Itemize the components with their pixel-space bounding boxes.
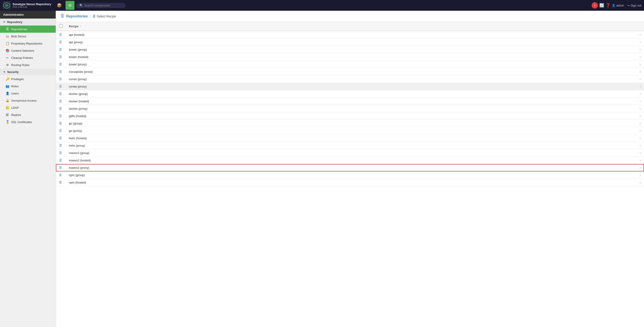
row-arrow[interactable]: ›: [636, 83, 644, 90]
table-row[interactable]: 🗄 npm (group) ›: [56, 171, 644, 179]
table-row[interactable]: 🗄 helm (proxy) ›: [56, 142, 644, 149]
breadcrumb-title[interactable]: Repositories: [66, 14, 88, 18]
table-row[interactable]: 🗄 bower (hosted) ›: [56, 53, 644, 61]
sidebar-item-content-selectors[interactable]: 📚Content Selectors: [0, 47, 56, 54]
row-recipe-label: bower (hosted): [66, 53, 636, 61]
user-icon: 👤: [612, 4, 615, 7]
username-label: admin: [616, 4, 624, 7]
help-icon[interactable]: ❓: [606, 3, 610, 8]
sign-out-label: Sign out: [630, 4, 641, 7]
row-arrow[interactable]: ›: [636, 39, 644, 46]
table-row[interactable]: 🗄 bower (proxy) ›: [56, 61, 644, 68]
group-label: Repository: [7, 20, 22, 24]
user-area[interactable]: 👤 admin: [612, 4, 624, 7]
sidebar-item-privileges[interactable]: 🔑Privileges: [0, 75, 56, 83]
row-arrow[interactable]: ›: [636, 135, 644, 142]
table-row[interactable]: 🗄 npm (hosted) ›: [56, 179, 644, 186]
table-row[interactable]: 🗄 cocoapods (proxy) ›: [56, 68, 644, 75]
sidebar-group-repository[interactable]: ▼Repository: [0, 19, 56, 26]
table-row[interactable]: 🗄 gitlfs (hosted) ›: [56, 112, 644, 120]
row-recipe-label: bower (proxy): [66, 61, 636, 68]
row-arrow[interactable]: ›: [636, 68, 644, 75]
row-arrow[interactable]: ›: [636, 98, 644, 105]
refresh-icon[interactable]: 🔄: [599, 3, 604, 8]
app-name: Sonatype Nexus Repository: [12, 3, 51, 6]
sidebar-section-header: Administration: [0, 11, 56, 19]
sidebar-item-cleanup-policies[interactable]: ✂Cleanup Policies: [0, 54, 56, 61]
row-arrow[interactable]: ›: [636, 157, 644, 164]
row-arrow[interactable]: ›: [636, 46, 644, 53]
row-arrow[interactable]: ›: [636, 171, 644, 179]
row-arrow[interactable]: ›: [636, 31, 644, 39]
table-row[interactable]: 🗄 go (proxy) ›: [56, 127, 644, 135]
row-arrow[interactable]: ›: [636, 75, 644, 83]
table-row[interactable]: 🗄 bower (group) ›: [56, 46, 644, 53]
anonymous-access-icon: 🔒: [5, 99, 10, 102]
col-recipe[interactable]: Recipe ↑: [66, 22, 636, 31]
row-checkbox-cell: 🗄: [56, 46, 66, 53]
table-row[interactable]: 🗄 helm (hosted) ›: [56, 135, 644, 142]
sign-out-button[interactable]: ↪ Sign out: [627, 4, 641, 7]
proprietary-repositories-icon: 📋: [5, 42, 10, 45]
row-checkbox-cell: 🗄: [56, 149, 66, 157]
row-arrow[interactable]: ›: [636, 105, 644, 112]
search-input[interactable]: [84, 4, 116, 7]
table-row[interactable]: 🗄 conan (proxy) ›: [56, 75, 644, 83]
row-recipe-label: gitlfs (hosted): [66, 112, 636, 120]
row-checkbox-cell: 🗄: [56, 164, 66, 171]
row-db-icon: 🗄: [59, 41, 62, 44]
row-checkbox-cell: 🗄: [56, 127, 66, 135]
sidebar-group-security[interactable]: ▼Security: [0, 69, 56, 75]
select-all-checkbox[interactable]: [59, 24, 63, 28]
table-row[interactable]: 🗄 docker (proxy) ›: [56, 105, 644, 112]
search-box: 🔍: [76, 3, 126, 8]
row-arrow[interactable]: ›: [636, 164, 644, 171]
admin-nav-button[interactable]: ⚙: [66, 1, 74, 10]
breadcrumb: 🗄 Repositories / 🗄 Select Recipe: [56, 11, 644, 22]
table-row[interactable]: 🗄 docker (hosted) ›: [56, 98, 644, 105]
row-arrow[interactable]: ›: [636, 120, 644, 127]
sidebar-item-users[interactable]: 👤Users: [0, 90, 56, 97]
realms-icon: 🏛: [5, 113, 10, 117]
row-arrow[interactable]: ›: [636, 179, 644, 186]
row-recipe-label: maven2 (hosted): [66, 157, 636, 164]
browse-nav-button[interactable]: 📦: [55, 1, 64, 10]
sidebar-item-proprietary-repositories[interactable]: 📋Proprietary Repositories: [0, 40, 56, 47]
row-arrow[interactable]: ›: [636, 53, 644, 61]
table-row[interactable]: 🗄 conda (proxy) ›: [56, 83, 644, 90]
privileges-icon: 🔑: [5, 77, 10, 81]
row-arrow[interactable]: ›: [636, 90, 644, 98]
table-row[interactable]: 🗄 maven2 (group) ›: [56, 149, 644, 157]
table-row[interactable]: 🗄 docker (group) ›: [56, 90, 644, 98]
sidebar-item-repositories[interactable]: 🗄Repositories: [0, 26, 56, 33]
sidebar-item-ssl-certificates[interactable]: 🏅SSL Certificates: [0, 118, 56, 126]
row-checkbox-cell: 🗄: [56, 75, 66, 83]
table-row[interactable]: 🗄 maven2 (hosted) ›: [56, 157, 644, 164]
row-arrow[interactable]: ›: [636, 149, 644, 157]
sidebar-item-routing-rules[interactable]: ⚙Routing Rules: [0, 61, 56, 69]
row-checkbox-cell: 🗄: [56, 61, 66, 68]
row-arrow[interactable]: ›: [636, 142, 644, 149]
table-row[interactable]: 🗄 go (group) ›: [56, 120, 644, 127]
table-row[interactable]: 🗄 maven2 (proxy) ›: [56, 164, 644, 171]
arrow-icon: ▼: [3, 21, 5, 23]
sidebar-item-realms[interactable]: 🏛Realms: [0, 111, 56, 118]
col-checkbox: [56, 22, 66, 31]
sidebar-item-roles[interactable]: 👥Roles: [0, 83, 56, 90]
breadcrumb-separator: /: [90, 15, 90, 18]
row-arrow[interactable]: ›: [636, 61, 644, 68]
row-db-icon: 🗄: [59, 181, 62, 184]
sidebar-item-blob-stores[interactable]: 🗂Blob Stores: [0, 33, 56, 40]
row-arrow[interactable]: ›: [636, 127, 644, 135]
table-row[interactable]: 🗄 apt (hosted) ›: [56, 31, 644, 39]
alert-icon[interactable]: !: [592, 2, 598, 9]
row-arrow[interactable]: ›: [636, 112, 644, 120]
nav-right: ! 🔄 ❓ 👤 admin ↪ Sign out: [592, 2, 641, 9]
sidebar: Administration ▼Repository🗄Repositories🗂…: [0, 11, 56, 327]
sidebar-item-anonymous-access[interactable]: 🔒Anonymous Access: [0, 97, 56, 104]
breadcrumb-icon: 🗄: [60, 14, 64, 19]
sidebar-item-ldap[interactable]: 📒LDAP: [0, 104, 56, 111]
routing-rules-icon: ⚙: [5, 63, 10, 67]
row-db-icon: 🗄: [59, 70, 62, 73]
table-row[interactable]: 🗄 apt (proxy) ›: [56, 39, 644, 46]
